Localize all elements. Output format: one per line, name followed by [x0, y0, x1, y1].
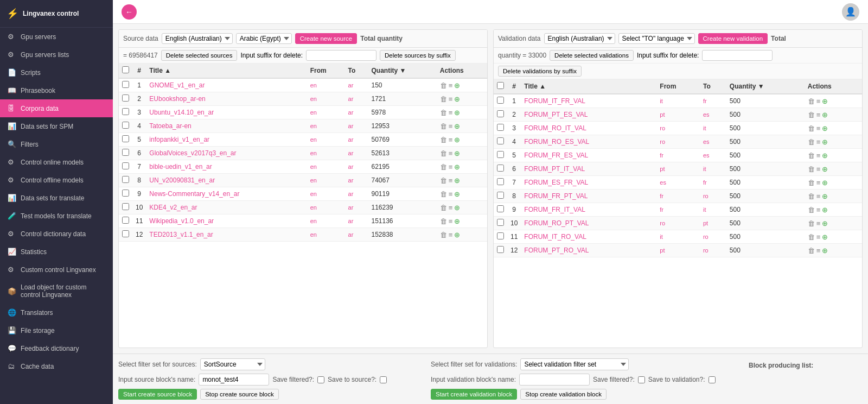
- sidebar-item-phrasebook[interactable]: 📖 Phrasebook: [0, 81, 113, 99]
- list-icon[interactable]: ≡: [449, 95, 453, 103]
- plus-icon[interactable]: ⊕: [822, 192, 828, 200]
- delete-icon[interactable]: 🗑: [440, 136, 447, 144]
- validation-row-checkbox[interactable]: [497, 151, 504, 158]
- delete-selected-validations-button[interactable]: Delete selected validations: [550, 50, 634, 61]
- delete-selected-sources-button[interactable]: Delete selected sources: [161, 50, 238, 61]
- plus-icon[interactable]: ⊕: [454, 122, 460, 130]
- delete-icon[interactable]: 🗑: [808, 165, 815, 173]
- sidebar-item-control-online-models[interactable]: ⚙ Control online models: [0, 153, 113, 171]
- plus-icon[interactable]: ⊕: [822, 219, 828, 228]
- validation-row-checkbox[interactable]: [497, 124, 504, 131]
- validation-filter-select[interactable]: Select validation filter set: [520, 358, 629, 370]
- source-save-filtered-checkbox[interactable]: [317, 376, 324, 383]
- validation-to-lang-select[interactable]: Select "TO" language: [618, 33, 695, 44]
- source-row-checkbox[interactable]: [122, 190, 129, 197]
- delete-icon[interactable]: 🗑: [440, 204, 447, 212]
- plus-icon[interactable]: ⊕: [822, 179, 828, 187]
- list-icon[interactable]: ≡: [449, 122, 453, 130]
- plus-icon[interactable]: ⊕: [454, 231, 460, 239]
- list-icon[interactable]: ≡: [816, 111, 821, 119]
- delete-icon[interactable]: 🗑: [440, 231, 447, 239]
- delete-icon[interactable]: 🗑: [808, 233, 815, 241]
- source-row-title[interactable]: KDE4_v2_en_ar: [146, 201, 307, 214]
- sidebar-item-test-models-translate[interactable]: 🧪 Test models for translate: [0, 207, 113, 225]
- source-row-checkbox[interactable]: [122, 203, 129, 210]
- delete-icon[interactable]: 🗑: [440, 109, 447, 117]
- source-suffix-input[interactable]: [306, 50, 376, 61]
- validation-block-name-input[interactable]: [519, 374, 590, 386]
- validation-save-to-checkbox[interactable]: [709, 376, 716, 383]
- plus-icon[interactable]: ⊕: [454, 176, 460, 185]
- validation-row-checkbox[interactable]: [497, 232, 504, 239]
- list-icon[interactable]: ≡: [816, 97, 821, 105]
- source-block-name-input[interactable]: [199, 374, 269, 386]
- source-col-qty[interactable]: Quantity ▼: [368, 64, 436, 78]
- source-row-checkbox[interactable]: [122, 149, 129, 156]
- list-icon[interactable]: ≡: [449, 217, 453, 225]
- source-row-checkbox[interactable]: [122, 217, 129, 224]
- validation-row-checkbox[interactable]: [497, 178, 504, 185]
- list-icon[interactable]: ≡: [449, 109, 453, 117]
- plus-icon[interactable]: ⊕: [454, 109, 460, 117]
- validation-col-qty[interactable]: Quantity ▼: [726, 79, 805, 94]
- source-row-checkbox[interactable]: [122, 162, 129, 169]
- source-row-title[interactable]: News-Commentary_v14_en_ar: [146, 187, 307, 201]
- validation-row-checkbox[interactable]: [497, 205, 504, 212]
- sidebar-item-feedback-dictionary[interactable]: 💬 Feedback dictionary: [0, 339, 113, 357]
- plus-icon[interactable]: ⊕: [454, 95, 460, 103]
- list-icon[interactable]: ≡: [449, 176, 453, 185]
- plus-icon[interactable]: ⊕: [822, 152, 828, 160]
- delete-icon[interactable]: 🗑: [440, 217, 447, 225]
- delete-icon[interactable]: 🗑: [808, 247, 815, 255]
- delete-icon[interactable]: 🗑: [808, 138, 815, 146]
- plus-icon[interactable]: ⊕: [454, 204, 460, 212]
- sidebar-item-load-object[interactable]: 📦 Load object for custom control Lingvan…: [0, 279, 113, 304]
- plus-icon[interactable]: ⊕: [822, 247, 828, 255]
- list-icon[interactable]: ≡: [816, 152, 821, 160]
- list-icon[interactable]: ≡: [816, 124, 821, 132]
- source-row-checkbox[interactable]: [122, 94, 129, 102]
- validation-row-checkbox[interactable]: [497, 192, 504, 199]
- delete-icon[interactable]: 🗑: [808, 152, 815, 160]
- list-icon[interactable]: ≡: [816, 165, 821, 173]
- list-icon[interactable]: ≡: [816, 179, 821, 187]
- validation-row-title[interactable]: FORUM_IT_FR_VAL: [521, 94, 656, 108]
- sidebar-item-data-sets-translate[interactable]: 📊 Data sets for translate: [0, 189, 113, 207]
- sidebar-item-custom-control[interactable]: ⚙ Custom control Lingvanex: [0, 261, 113, 279]
- validation-row-title[interactable]: FORUM_PT_ES_VAL: [521, 108, 656, 122]
- validation-save-filtered-checkbox[interactable]: [638, 376, 645, 383]
- delete-icon[interactable]: 🗑: [808, 97, 815, 105]
- validation-row-title[interactable]: FORUM_PT_IT_VAL: [521, 162, 656, 176]
- plus-icon[interactable]: ⊕: [454, 217, 460, 225]
- list-icon[interactable]: ≡: [816, 247, 821, 255]
- delete-icon[interactable]: 🗑: [808, 206, 815, 214]
- validation-row-title[interactable]: FORUM_FR_ES_VAL: [521, 149, 656, 162]
- create-new-validation-button[interactable]: Create new validation: [698, 33, 768, 44]
- source-row-checkbox[interactable]: [122, 230, 129, 237]
- sidebar-item-control-dictionary-data[interactable]: ⚙ Control dictionary data: [0, 225, 113, 243]
- list-icon[interactable]: ≡: [449, 190, 453, 198]
- validation-row-title[interactable]: FORUM_IT_RO_VAL: [521, 230, 656, 244]
- source-row-title[interactable]: bible-uedin_v1_en_ar: [146, 160, 307, 174]
- list-icon[interactable]: ≡: [816, 192, 821, 200]
- delete-icon[interactable]: 🗑: [808, 219, 815, 228]
- source-row-title[interactable]: GNOME_v1_en_ar: [146, 78, 307, 92]
- plus-icon[interactable]: ⊕: [822, 138, 828, 146]
- plus-icon[interactable]: ⊕: [822, 233, 828, 241]
- validation-row-title[interactable]: FORUM_RO_ES_VAL: [521, 135, 656, 149]
- plus-icon[interactable]: ⊕: [454, 190, 460, 198]
- delete-icon[interactable]: 🗑: [808, 124, 815, 132]
- list-icon[interactable]: ≡: [449, 204, 453, 212]
- source-row-title[interactable]: TED2013_v1.1_en_ar: [146, 228, 307, 242]
- delete-sources-by-suffix-button[interactable]: Delete sources by suffix: [380, 50, 456, 61]
- plus-icon[interactable]: ⊕: [454, 81, 460, 90]
- start-create-source-block-button[interactable]: Start create source block: [118, 389, 197, 400]
- list-icon[interactable]: ≡: [816, 206, 821, 214]
- validation-row-title[interactable]: FORUM_ES_FR_VAL: [521, 176, 656, 190]
- plus-icon[interactable]: ⊕: [454, 136, 460, 144]
- source-to-lang-select[interactable]: Arabic (Egypt): [236, 33, 292, 44]
- delete-icon[interactable]: 🗑: [440, 122, 447, 130]
- list-icon[interactable]: ≡: [449, 149, 453, 157]
- stop-create-source-block-button[interactable]: Stop create source block: [200, 389, 279, 400]
- sidebar-item-statistics[interactable]: 📈 Statistics: [0, 243, 113, 261]
